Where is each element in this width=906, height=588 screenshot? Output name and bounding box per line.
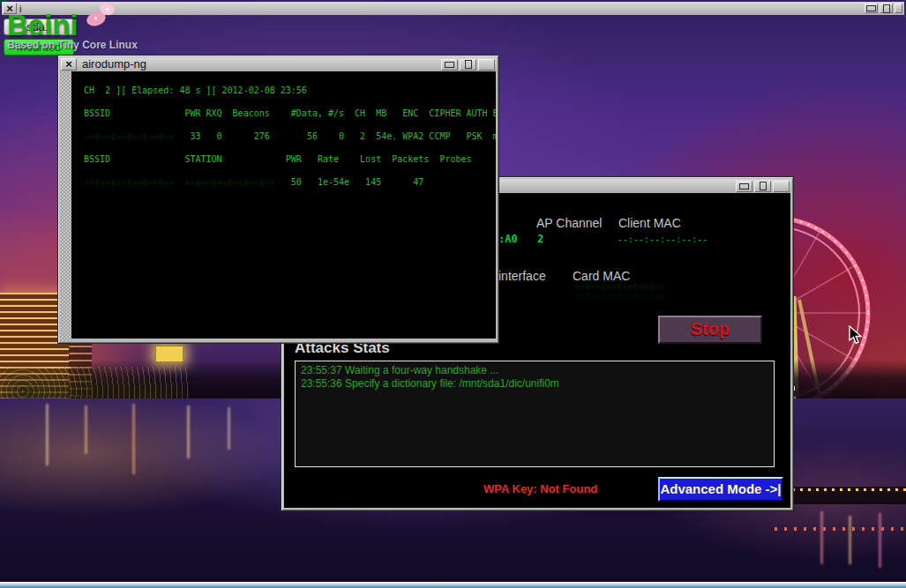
ap-row-values: 33 0 276 56 0 2 54e. WPA2 CCMP PSK m bbox=[174, 131, 496, 141]
ap-channel-label: AP Channel bbox=[536, 216, 602, 230]
ap-bssid-censored: --:--:--:--:--:-- bbox=[79, 131, 174, 141]
window-menu-button[interactable] bbox=[773, 181, 790, 192]
station-mac-censored: --:--:--:--:--:-- bbox=[174, 177, 274, 187]
station-row-values: 50 1e-54e 145 47 bbox=[275, 177, 424, 187]
log-line: 23:55:36 Specify a dictionary file: /mnt… bbox=[301, 377, 768, 391]
water-reflection bbox=[879, 513, 881, 568]
iconify-icon bbox=[739, 183, 749, 190]
airodump-window: × airodump-ng CH 2 ][ Elapsed: 48 s ][ 2… bbox=[57, 55, 499, 344]
maximize-icon bbox=[465, 60, 472, 69]
iconify-icon bbox=[866, 5, 876, 11]
beini-tagline: Based on Tiny Core Linux bbox=[7, 39, 138, 51]
maximize-button[interactable] bbox=[460, 59, 476, 71]
client-mac-label: Client MAC bbox=[618, 216, 681, 230]
station-table-row: --:--:--:--:--:-- --:--:--:--:--:-- 50 1… bbox=[79, 171, 496, 194]
boat-lights bbox=[775, 527, 906, 531]
iconify-button[interactable] bbox=[865, 4, 878, 13]
beini-logo: Beini Based on Tiny Core Linux bbox=[7, 11, 138, 51]
ap-channel-value: 2 bbox=[537, 233, 543, 245]
iconify-icon bbox=[445, 62, 454, 68]
water-reflection bbox=[46, 404, 49, 465]
billboard-light bbox=[155, 346, 183, 362]
maximize-button[interactable] bbox=[880, 4, 893, 13]
maximize-icon bbox=[760, 182, 767, 190]
attack-log-box: 23:55:37 Waiting a four-way handshake ..… bbox=[295, 361, 775, 467]
mouse-cursor bbox=[849, 325, 865, 346]
taskbar[interactable] bbox=[0, 582, 906, 588]
water-reflection bbox=[820, 511, 823, 564]
water-reflection bbox=[849, 516, 851, 564]
window-menu-button[interactable] bbox=[478, 59, 495, 71]
window-menu-button[interactable] bbox=[895, 4, 902, 13]
card-mac-value-ghost: --:--:--:--:--:-- bbox=[574, 291, 664, 301]
iconify-button[interactable] bbox=[736, 181, 753, 192]
card-mac-value: --:--:--:--:--:-- bbox=[574, 281, 664, 291]
airodump-window-title: airodump-ng bbox=[77, 57, 146, 71]
terminal-status-line: CH 2 ][ Elapsed: 48 s ][ 2012-02-08 23:5… bbox=[79, 79, 496, 102]
interface-label: interface bbox=[498, 269, 546, 283]
station-bssid-censored: --:--:--:--:--:-- bbox=[79, 177, 174, 187]
stop-button[interactable]: Stop bbox=[658, 316, 762, 344]
maximize-icon bbox=[883, 4, 890, 13]
log-line: 23:55:37 Waiting a four-way handshake ..… bbox=[301, 364, 768, 377]
water-reflection bbox=[132, 404, 135, 474]
airodump-terminal-output: CH 2 ][ Elapsed: 48 s ][ 2012-02-08 23:5… bbox=[71, 71, 496, 339]
ap-mac-value-fragment: :A0 bbox=[498, 233, 518, 245]
client-mac-value: --:--:--:--:--:-- bbox=[618, 234, 708, 244]
ap-table-header: BSSID PWR RXQ Beacons #Data, #/s CH MB E… bbox=[79, 102, 496, 125]
bridge-lights bbox=[776, 488, 906, 491]
flower-icon bbox=[86, 4, 125, 30]
ap-table-row: --:--:--:--:--:-- 33 0 276 56 0 2 54e. W… bbox=[79, 125, 496, 148]
close-icon[interactable]: × bbox=[61, 58, 77, 71]
water-reflection bbox=[85, 406, 87, 454]
water-reflection bbox=[187, 406, 190, 458]
resize-grip[interactable] bbox=[60, 71, 71, 341]
water-reflection bbox=[228, 407, 230, 450]
maximize-button[interactable] bbox=[754, 181, 771, 192]
advanced-mode-button[interactable]: Advanced Mode ->| bbox=[658, 477, 783, 502]
desktop: Beini Based on Tiny Core Linux AP Channe… bbox=[0, 0, 906, 588]
station-table-header: BSSID STATION PWR Rate Lost Packets Prob… bbox=[79, 148, 496, 171]
iconify-button[interactable] bbox=[441, 59, 458, 71]
wpa-key-status: WPA Key: Not Found bbox=[483, 482, 597, 495]
airodump-titlebar[interactable]: × airodump-ng bbox=[60, 57, 497, 71]
